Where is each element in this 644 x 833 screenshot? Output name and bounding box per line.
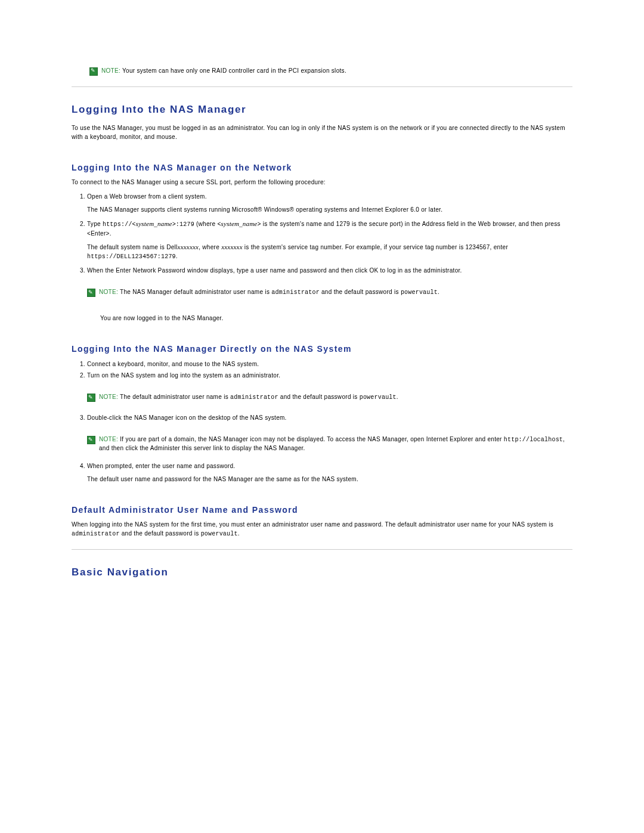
note-text: NOTE: The default administrator user nam…	[99, 393, 398, 402]
step-note: The default user name and password for t…	[87, 475, 572, 484]
heading-logging-in: Logging Into the NAS Manager	[72, 104, 572, 116]
list-item: Open a Web browser from a client system.…	[87, 192, 572, 215]
note-icon	[89, 67, 98, 76]
default-creds-paragraph: When logging into the NAS system for the…	[72, 521, 572, 538]
list-item: Double-click the NAS Manager icon on the…	[87, 413, 572, 453]
intro-paragraph: To use the NAS Manager, you must be logg…	[72, 124, 572, 141]
heading-default-creds: Default Administrator User Name and Pass…	[72, 505, 572, 515]
list-item: Turn on the NAS system and log into the …	[87, 371, 572, 402]
note-domain: NOTE: If you are part of a domain, the N…	[87, 435, 572, 453]
divider	[72, 549, 572, 550]
list-item: When the Enter Network Password window d…	[87, 266, 572, 323]
note-text: NOTE: The NAS Manager default administra…	[99, 288, 439, 298]
step-note: The NAS Manager supports client systems …	[87, 206, 572, 215]
list-item: When prompted, enter the user name and p…	[87, 462, 572, 484]
list-item: Type https://<system_name>:1279 (where <…	[87, 219, 572, 261]
note-top: NOTE: Your system can have only one RAID…	[89, 67, 572, 76]
heading-basic-nav: Basic Navigation	[72, 566, 572, 578]
note-admin-default: NOTE: The NAS Manager default administra…	[87, 288, 572, 298]
note-default-admin: NOTE: The default administrator user nam…	[87, 393, 572, 402]
step-note: The default system name is Dellxxxxxxx, …	[87, 243, 572, 261]
network-steps: Open a Web browser from a client system.…	[72, 192, 572, 323]
heading-network: Logging Into the NAS Manager on the Netw…	[72, 163, 572, 172]
note-text: NOTE: Your system can have only one RAID…	[101, 67, 346, 76]
divider	[72, 86, 572, 87]
list-item: Connect a keyboard, monitor, and mouse t…	[87, 360, 572, 368]
note-icon	[87, 436, 95, 444]
heading-direct: Logging Into the NAS Manager Directly on…	[72, 344, 572, 354]
direct-steps: Connect a keyboard, monitor, and mouse t…	[72, 360, 572, 484]
logged-in-line: You are now logged in to the NAS Manager…	[100, 314, 572, 323]
note-icon	[87, 394, 95, 402]
note-text: NOTE: If you are part of a domain, the N…	[99, 435, 572, 453]
connect-line: To connect to the NAS Manager using a se…	[72, 178, 572, 187]
note-icon	[87, 289, 95, 297]
